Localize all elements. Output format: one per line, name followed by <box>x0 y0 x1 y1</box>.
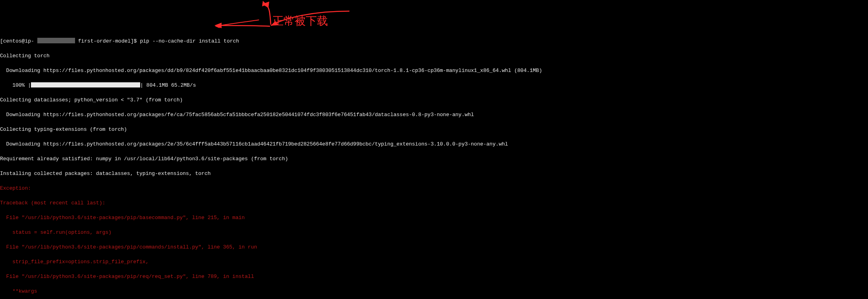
error-line: Traceback (most recent call last): <box>0 200 868 207</box>
output-line: Downloading https://files.pythonhosted.o… <box>0 141 868 148</box>
svg-marker-2 <box>215 24 220 28</box>
error-line: strip_file_prefix=options.strip_file_pre… <box>0 258 868 266</box>
output-line: Installing collected packages: dataclass… <box>0 170 868 178</box>
redacted-ip <box>37 38 75 43</box>
error-line: File "/usr/lib/python3.6/site-packages/p… <box>0 214 868 222</box>
svg-marker-1 <box>271 21 278 25</box>
error-line: **kwargs <box>0 288 868 295</box>
output-line: Collecting typing-extensions (from torch… <box>0 126 868 134</box>
output-line: Requirement already satisfied: numpy in … <box>0 155 868 163</box>
progress-line: 100% || 804.1MB 65.2MB/s <box>0 82 868 89</box>
terminal-output: [centos@ip- first-order-model]$ pip --no… <box>0 30 868 299</box>
annotation-arrow-icon <box>214 19 272 30</box>
output-line: Downloading https://files.pythonhosted.o… <box>0 67 868 75</box>
progress-bar-fill <box>31 82 140 87</box>
prompt-line[interactable]: [centos@ip- first-order-model]$ pip --no… <box>0 38 868 45</box>
prompt-cwd: first-order-model]$ <box>75 38 140 44</box>
error-line: File "/usr/lib/python3.6/site-packages/p… <box>0 273 868 281</box>
prompt-user-host: [centos@ip- <box>0 38 37 44</box>
progress-stats: | 804.1MB 65.2MB/s <box>140 82 199 88</box>
command-text: pip --no-cache-dir install torch <box>140 38 239 44</box>
annotation-text: 正常被下载 <box>272 17 328 25</box>
svg-marker-3 <box>262 1 267 6</box>
error-line: status = self.run(options, args) <box>0 229 868 237</box>
output-line: Collecting dataclasses; python_version <… <box>0 97 868 104</box>
svg-marker-4 <box>262 2 269 8</box>
annotation-arrow-icon <box>212 10 355 26</box>
output-line: Collecting torch <box>0 52 868 60</box>
svg-marker-5 <box>214 23 222 28</box>
progress-percent: 100% | <box>0 82 31 88</box>
error-line: File "/usr/lib/python3.6/site-packages/p… <box>0 244 868 251</box>
output-line: Downloading https://files.pythonhosted.o… <box>0 111 868 119</box>
error-line: Exception: <box>0 185 868 192</box>
